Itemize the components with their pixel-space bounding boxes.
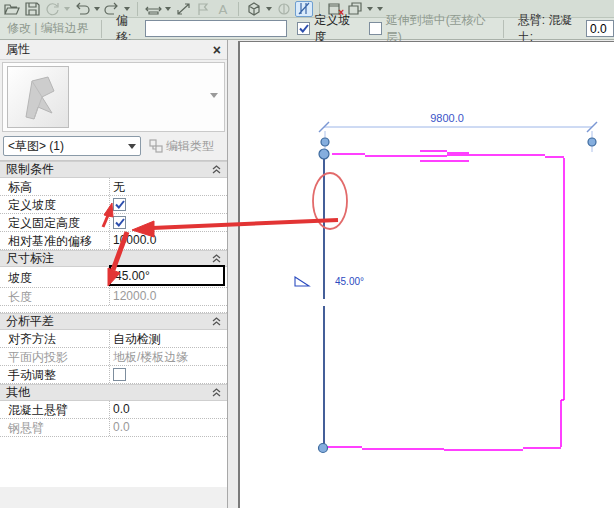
sketch-lines-magenta[interactable] xyxy=(323,151,564,450)
open-icon[interactable] xyxy=(3,1,21,17)
close-icon[interactable]: × xyxy=(213,43,221,57)
edit-type-label: 编辑类型 xyxy=(166,138,214,155)
sketch-drawing: 9800.0 45.00° xyxy=(240,42,614,508)
render-icon xyxy=(275,1,293,17)
properties-palette: 属性 × <草图> (1) 编辑类型 限制条件 标高 xyxy=(0,40,228,508)
property-row-base-offset[interactable]: 相对基准的偏移 10000.0 xyxy=(0,232,227,250)
toolbar-separator xyxy=(238,2,239,16)
section-other[interactable]: 其他 xyxy=(0,384,227,401)
collapse-chevron-icon xyxy=(212,252,221,266)
type-selector-value: <草图> (1) xyxy=(8,138,128,155)
palette-header[interactable]: 属性 × xyxy=(0,40,227,60)
divider xyxy=(503,20,504,38)
sync-dropdown-icon xyxy=(64,7,70,11)
cascade-dropdown-icon[interactable] xyxy=(367,7,373,11)
grid-spacer xyxy=(0,306,227,313)
svg-text:A: A xyxy=(219,2,228,16)
sync-icon xyxy=(43,1,61,17)
divider xyxy=(101,20,102,38)
collapse-chevron-icon xyxy=(212,163,221,177)
property-row-slope[interactable]: 坡度 45.00° xyxy=(0,267,227,288)
property-row-steel-cantilever: 钢悬臂 0.0 xyxy=(0,419,227,437)
type-thumbnail xyxy=(7,66,69,128)
edit-type-button[interactable]: 编辑类型 xyxy=(149,138,214,155)
grip-handles[interactable] xyxy=(319,138,597,453)
property-row-align-method[interactable]: 对齐方法 自动检测 xyxy=(0,330,227,348)
palette-title: 属性 xyxy=(6,41,213,58)
redo-dropdown-icon[interactable] xyxy=(124,7,130,11)
checkbox-unchecked-icon[interactable] xyxy=(113,368,126,381)
property-row-in-plane-projection: 平面内投影 地板/楼板边缘 xyxy=(0,348,227,366)
type-dropdown-icon[interactable] xyxy=(210,93,218,98)
collapse-chevron-icon xyxy=(212,315,221,329)
property-row-concrete-cantilever[interactable]: 混凝土悬臂 0.0 xyxy=(0,401,227,419)
mode-label: 修改 | 编辑边界 xyxy=(7,20,95,37)
grid-empty-area xyxy=(0,437,227,487)
property-row-length: 长度 12000.0 xyxy=(0,288,227,306)
slope-triangle-icon xyxy=(295,277,309,286)
type-preview-box[interactable] xyxy=(2,62,225,132)
checkbox-checked-icon xyxy=(297,22,310,35)
property-row-manual-adjust[interactable]: 手动调整 xyxy=(0,366,227,384)
offset-input[interactable] xyxy=(145,20,287,37)
view-cube-icon[interactable] xyxy=(245,1,263,17)
section-constraints[interactable]: 限制条件 xyxy=(0,161,227,178)
checkbox-unchecked-icon xyxy=(369,22,382,35)
dimension-9800[interactable]: 9800.0 xyxy=(319,112,597,152)
drawing-canvas[interactable]: 9800.0 45.00° xyxy=(238,41,614,508)
property-grid: 限制条件 标高 无 定义坡度 定义固定高度 相对基准的偏移 10000.0 尺寸… xyxy=(0,160,227,487)
annotation-ellipse xyxy=(313,173,347,229)
undo-icon[interactable] xyxy=(73,1,91,17)
checkbox-checked-icon[interactable] xyxy=(113,216,126,229)
text-icon: A xyxy=(214,1,232,17)
dimension-text[interactable]: 9800.0 xyxy=(430,112,464,124)
slope-angle-text[interactable]: 45.00° xyxy=(335,276,364,287)
type-selector-combo[interactable]: <草图> (1) xyxy=(3,136,141,156)
cantilever-input[interactable] xyxy=(586,20,614,37)
aligned-dimension-icon[interactable] xyxy=(174,1,192,17)
options-bar: 修改 | 编辑边界 偏移: 定义坡度 延伸到墙中(至核心层) 悬臂: 混凝土: xyxy=(0,18,614,40)
edit-type-icon xyxy=(149,139,163,153)
view-cube-dropdown-icon[interactable] xyxy=(266,7,272,11)
checkbox-checked-icon[interactable] xyxy=(113,198,126,211)
slope-value-input[interactable]: 45.00° xyxy=(109,265,225,286)
ribbon-collapse-icon[interactable] xyxy=(377,7,383,11)
property-row-fixed-height[interactable]: 定义固定高度 xyxy=(0,214,227,232)
combo-dropdown-icon xyxy=(128,144,136,149)
section-analysis[interactable]: 分析平差 xyxy=(0,313,227,330)
measure-icon[interactable] xyxy=(144,1,162,17)
measure-dropdown-icon[interactable] xyxy=(165,7,171,11)
undo-dropdown-icon[interactable] xyxy=(94,7,100,11)
save-icon[interactable] xyxy=(23,1,41,17)
tag-icon xyxy=(194,1,212,17)
property-row-define-slope[interactable]: 定义坡度 xyxy=(0,196,227,214)
collapse-chevron-icon xyxy=(212,386,221,400)
property-row-level[interactable]: 标高 无 xyxy=(0,178,227,196)
